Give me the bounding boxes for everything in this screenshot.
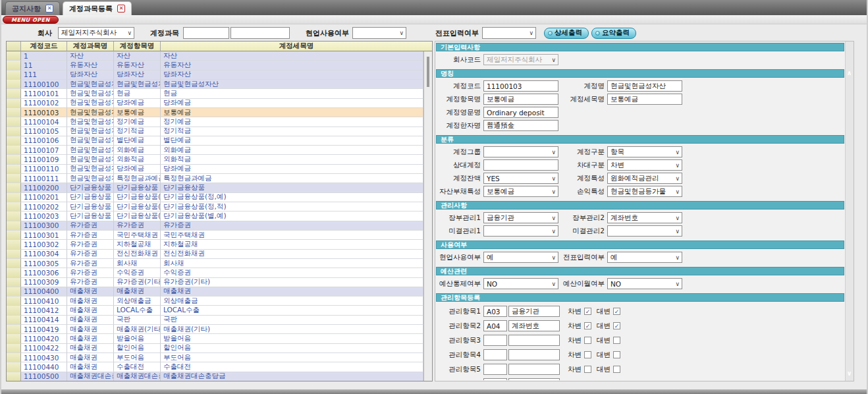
debit-checkbox[interactable]: [584, 366, 591, 373]
tab-account-registration[interactable]: 계정과목등록: [63, 1, 132, 15]
scroll-up-icon[interactable]: ∧: [846, 69, 853, 76]
table-row[interactable]: 11100414매출채권국판국판: [7, 316, 423, 325]
select[interactable]: ∨: [483, 225, 558, 237]
company-select[interactable]: 제일저지주식회사 ∨: [58, 27, 134, 39]
credit-checkbox[interactable]: ✓: [613, 308, 620, 315]
row-selector[interactable]: [7, 316, 21, 325]
row-selector[interactable]: [7, 211, 21, 221]
mgmt-code-input[interactable]: [483, 378, 507, 380]
table-row[interactable]: 11100430매출채권부도어음부도어음: [7, 353, 423, 362]
table-row[interactable]: 11100109현금및현금성자산외화적금외화적금: [7, 155, 423, 164]
select[interactable]: NO∨: [483, 278, 558, 289]
select[interactable]: 항목∨: [607, 146, 682, 157]
select[interactable]: 원화예적금관리∨: [607, 173, 682, 184]
mgmt-name-input[interactable]: 계좌번호: [508, 320, 560, 331]
row-selector[interactable]: [7, 99, 21, 108]
menu-open-button[interactable]: MENU OPEN: [3, 16, 59, 24]
row-selector[interactable]: [7, 259, 21, 268]
row-selector[interactable]: [7, 344, 21, 353]
table-row[interactable]: 11100400매출채권매출채권매출채권: [7, 287, 423, 296]
credit-checkbox[interactable]: [613, 351, 620, 358]
table-row[interactable]: 11100500매출채권대손충당금매출채권대손충당금매출채권대손충당금: [7, 372, 423, 381]
select[interactable]: 현금및현금등가물∨: [607, 186, 682, 197]
table-row[interactable]: 11100100현금및현금성자산현금및현금성자산현금및현금성자산: [7, 80, 423, 89]
table-row[interactable]: 11100107현금및현금성자산외화예금외화예금: [7, 146, 423, 155]
text-input[interactable]: 普通預金: [483, 120, 558, 131]
table-row[interactable]: 11100200단기금융상품단기금융상품단기금융상품: [7, 183, 423, 192]
row-selector[interactable]: [7, 61, 21, 70]
row-selector[interactable]: [7, 202, 21, 211]
account-name-input[interactable]: [231, 27, 290, 39]
select[interactable]: 보통예금∨: [483, 186, 558, 197]
row-selector[interactable]: [7, 193, 21, 202]
scroll-down-icon[interactable]: ∨: [846, 370, 853, 377]
tab-notice[interactable]: 공지사항: [5, 1, 60, 15]
select[interactable]: 계좌번호∨: [607, 212, 682, 223]
table-row[interactable]: 11100202단기금융상품단기금융상품(정,적)단기금융상품(정,적): [7, 202, 423, 211]
row-selector[interactable]: [7, 183, 21, 192]
slip-input-select[interactable]: ∨: [482, 27, 536, 39]
table-row[interactable]: 11100111현금및현금성자산특정현금과예금특정현금과예금: [7, 174, 423, 183]
table-row[interactable]: 11100110현금및현금성자산당좌예금당좌예금: [7, 165, 423, 174]
account-code-input[interactable]: [183, 27, 229, 39]
row-selector[interactable]: [7, 70, 21, 80]
row-selector[interactable]: [7, 287, 21, 296]
close-icon[interactable]: [117, 5, 125, 13]
row-selector[interactable]: [7, 108, 21, 117]
table-row[interactable]: 11100412매출채권LOCAL수출LOCAL수출: [7, 306, 423, 315]
table-row[interactable]: 11100105현금및현금성자산정기적금정기적금: [7, 127, 423, 136]
table-row[interactable]: 11100440매출채권수출대전수출대전: [7, 362, 423, 372]
row-selector[interactable]: [7, 306, 21, 315]
table-row[interactable]: 11100101현금및현금성자산현금현금: [7, 89, 423, 98]
row-selector[interactable]: [7, 155, 21, 164]
mgmt-code-input[interactable]: [483, 349, 507, 360]
mgmt-code-input[interactable]: [483, 364, 507, 375]
table-row[interactable]: 11100420매출채권받을어음받을어음: [7, 334, 423, 343]
table-row[interactable]: 11100103현금및현금성자산보통예금보통예금: [7, 108, 423, 117]
text-input[interactable]: [483, 159, 558, 171]
table-row[interactable]: 11100106현금및현금성자산별단예금별단예금: [7, 136, 423, 146]
table-row[interactable]: 11100309유가증권유가증권(기타)유가증권(기타): [7, 278, 423, 287]
table-row[interactable]: 11100306유가증권수익증권수익증권: [7, 268, 423, 277]
mgmt-name-input[interactable]: [508, 364, 560, 375]
row-selector[interactable]: [7, 231, 21, 240]
mgmt-name-input[interactable]: [508, 349, 560, 360]
row-selector[interactable]: [7, 51, 21, 61]
table-row[interactable]: 11100300유가증권유가증권유가증권: [7, 221, 423, 231]
row-selector[interactable]: [7, 362, 21, 372]
row-selector[interactable]: [7, 89, 21, 98]
mgmt-code-input[interactable]: [483, 335, 507, 346]
credit-checkbox[interactable]: [613, 366, 620, 373]
row-selector[interactable]: [7, 278, 21, 287]
detail-print-button[interactable]: 상세출력: [544, 28, 589, 39]
select[interactable]: 차변∨: [607, 159, 682, 171]
text-input[interactable]: 11100103: [483, 80, 558, 92]
select[interactable]: 금융기관∨: [483, 212, 558, 223]
credit-checkbox[interactable]: [613, 337, 620, 344]
mgmt-code-input[interactable]: A04: [483, 320, 507, 331]
mgmt-code-input[interactable]: A03: [483, 306, 507, 317]
text-input[interactable]: 현금및현금성자산: [607, 80, 682, 92]
table-row[interactable]: 11100302유가증권지하철공채지하철공채: [7, 240, 423, 249]
row-selector[interactable]: [7, 127, 21, 136]
row-selector[interactable]: [7, 117, 21, 127]
select[interactable]: ∨: [607, 225, 682, 237]
mgmt-name-input[interactable]: [508, 378, 560, 380]
table-row[interactable]: 11100301유가증권국민주택채권국민주택채권: [7, 231, 423, 240]
field-use-select[interactable]: ∨: [352, 27, 406, 39]
select[interactable]: 예∨: [607, 252, 682, 263]
debit-checkbox[interactable]: ✓: [584, 308, 591, 315]
table-row[interactable]: 11100304유가증권전신전화채권전신전화채권: [7, 250, 423, 259]
table-row[interactable]: 111당좌자산당좌자산당좌자산: [7, 70, 423, 80]
select[interactable]: YES∨: [483, 173, 558, 184]
mgmt-name-input[interactable]: [508, 335, 560, 346]
close-icon[interactable]: [45, 5, 53, 13]
text-input[interactable]: 보통예금: [607, 94, 682, 105]
table-row[interactable]: 11100410매출채권외상매출금외상매출금: [7, 296, 423, 306]
table-row[interactable]: 11유동자산유동자산유동자산: [7, 61, 423, 70]
select[interactable]: ∨: [483, 146, 558, 157]
mgmt-name-input[interactable]: 금융기관: [508, 306, 560, 317]
table-row[interactable]: 11100104현금및현금성자산정기예금정기예금: [7, 117, 423, 127]
table-row[interactable]: 11100203단기금융상품단기금융상품(별,예)단기금융상품(별,예): [7, 211, 423, 221]
text-input[interactable]: Ordinary deposit: [483, 107, 558, 118]
